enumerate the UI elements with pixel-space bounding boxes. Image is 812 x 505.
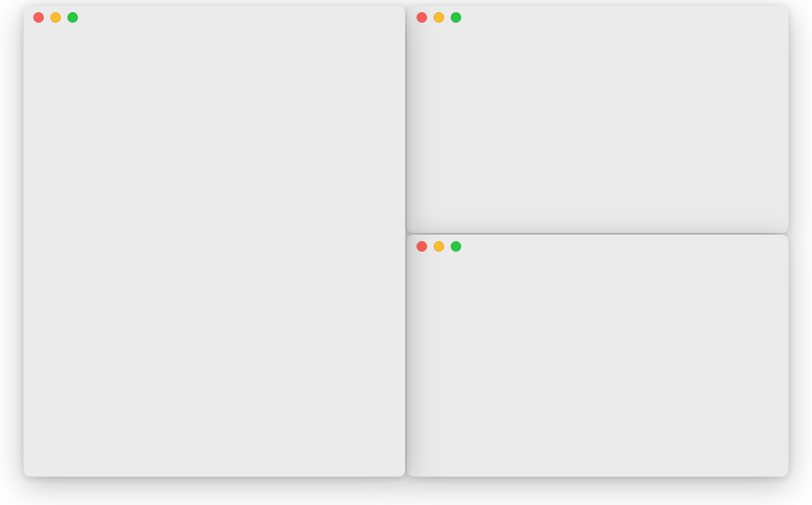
close-icon[interactable] — [417, 241, 427, 252]
window-bottom-right[interactable] — [407, 235, 788, 477]
minimize-icon[interactable] — [434, 12, 444, 23]
close-icon[interactable] — [417, 12, 427, 23]
close-icon[interactable] — [33, 12, 44, 23]
zoom-icon[interactable] — [451, 12, 461, 23]
zoom-icon[interactable] — [451, 241, 461, 252]
titlebar[interactable] — [407, 235, 788, 257]
titlebar[interactable] — [407, 6, 788, 28]
window-top-right[interactable] — [407, 6, 788, 233]
zoom-icon[interactable] — [67, 12, 78, 23]
minimize-icon[interactable] — [50, 12, 61, 23]
window-left[interactable] — [24, 6, 405, 477]
minimize-icon[interactable] — [434, 241, 444, 252]
titlebar[interactable] — [24, 6, 405, 28]
